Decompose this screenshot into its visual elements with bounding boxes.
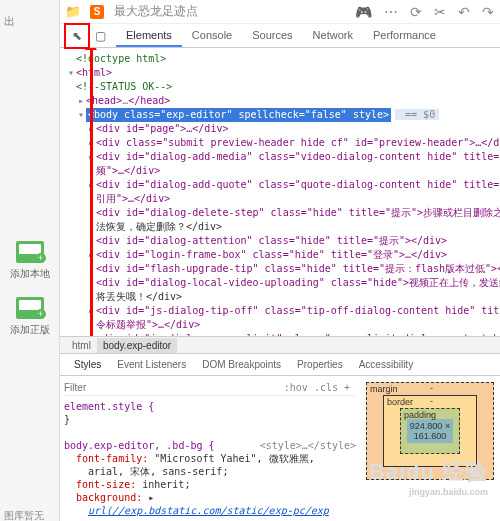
filter-input[interactable] [64,382,284,393]
tab-accessibility[interactable]: Accessibility [351,356,421,373]
cls-toggle[interactable]: .cls [314,382,338,393]
breadcrumb: html body.exp-editor [60,336,500,354]
dom-node[interactable]: ▸<div id="js-dialog-tip-off" class="tip-… [66,304,494,318]
dom-node[interactable]: <div id="flash-upgrade-tip" class="hide"… [66,262,494,276]
tab-performance[interactable]: Performance [363,25,446,47]
dom-node[interactable]: ▸<head>…</head> [66,94,494,108]
refresh-icon[interactable]: ⟳ [410,4,422,20]
folder-icon[interactable]: 📁 [66,5,80,19]
styles-panel: :hov .cls + element.style { } body.exp-e… [60,376,500,521]
export-label: 出 [0,10,59,33]
inspect-element-button[interactable]: ⬉ [67,26,87,46]
dom-node[interactable]: ▸<div class="submit preview-header hide … [66,136,494,150]
add-rule-button[interactable]: + [344,382,350,393]
expand-toggle[interactable]: ▸ [76,94,86,108]
css-rules[interactable]: :hov .cls + element.style { } body.exp-e… [60,376,360,521]
annotation-arrow [90,48,93,336]
page-title: 最大恐龙足迹点 [114,3,198,20]
dom-node[interactable]: <div id="dialog-local-video-uploading" c… [66,276,494,290]
gallery-empty-label: 图库暂无 [0,505,59,521]
tab-elements[interactable]: Elements [116,25,182,47]
forward-icon[interactable]: ↷ [482,4,494,20]
dom-node[interactable]: <div id="dialog-delete-step" class="hide… [66,206,494,220]
dom-node[interactable]: <!--STATUS OK--> [66,80,494,94]
add-local-button[interactable]: 添加本地 [0,233,59,289]
browser-top-bar: 📁 S 最大恐龙足迹点 🎮 ⋯ ⟳ ✂ ↶ ↷ [60,0,500,24]
styles-tabs: Styles Event Listeners DOM Breakpoints P… [60,354,500,376]
crumb-body[interactable]: body.exp-editor [97,338,177,353]
menu-icon[interactable]: ⋯ [384,4,398,20]
annotation-highlight: ⬉ [64,23,90,49]
dom-tree-panel[interactable]: <!doctype html> ▾<html> <!--STATUS OK-->… [60,48,500,336]
tab-event-listeners[interactable]: Event Listeners [109,356,194,373]
image-plus-icon [16,241,44,263]
devtools-toolbar: ⬉ ▢ Elements Console Sources Network Per… [60,24,500,48]
expand-toggle[interactable]: ▾ [66,66,76,80]
dom-node[interactable]: <div id="dialog-attention" class="hide" … [66,234,494,248]
tab-dom-breakpoints[interactable]: DOM Breakpoints [194,356,289,373]
tab-console[interactable]: Console [182,25,242,47]
dom-node[interactable]: ▸<div id="dialog-add-media" class="video… [66,150,494,164]
site-icon: S [90,5,104,19]
crumb-html[interactable]: html [66,338,97,353]
devtools-tabs: Elements Console Sources Network Perform… [116,25,446,47]
back-icon[interactable]: ↶ [458,4,470,20]
app-sidebar: 出 添加本地 添加正版 图库暂无 [0,0,60,521]
dom-node-selected[interactable]: ▾<body class="exp-editor" spellcheck="fa… [66,108,494,122]
dom-node[interactable]: ▸<div id="js-dialog-upper-limit" class="… [66,332,494,336]
tab-styles[interactable]: Styles [66,356,109,373]
device-toggle-button[interactable]: ▢ [90,26,110,46]
hov-toggle[interactable]: :hov [284,382,308,393]
cut-icon[interactable]: ✂ [434,4,446,20]
image-plus-icon [16,297,44,319]
tab-network[interactable]: Network [303,25,363,47]
dom-node[interactable]: ▸<div id="dialog-add-quote" class="quote… [66,178,494,192]
box-model: margin - border - padding - 924.800 × 16… [360,376,500,521]
add-licensed-button[interactable]: 添加正版 [0,289,59,345]
tab-sources[interactable]: Sources [242,25,302,47]
watermark: Baidu 经验 jingyan.baidu.com [369,457,488,497]
dom-node[interactable]: ▸<div id="page">…</div> [66,122,494,136]
box-content-size: 924.800 × 161.600 [407,419,453,443]
devtools-panel: ⬉ ▢ Elements Console Sources Network Per… [60,24,500,521]
game-icon[interactable]: 🎮 [355,4,372,20]
tab-properties[interactable]: Properties [289,356,351,373]
dom-node[interactable]: <!doctype html> [66,52,494,66]
dom-node[interactable]: ▸<div id="login-frame-box" class="hide" … [66,248,494,262]
expand-toggle[interactable]: ▾ [76,108,86,122]
